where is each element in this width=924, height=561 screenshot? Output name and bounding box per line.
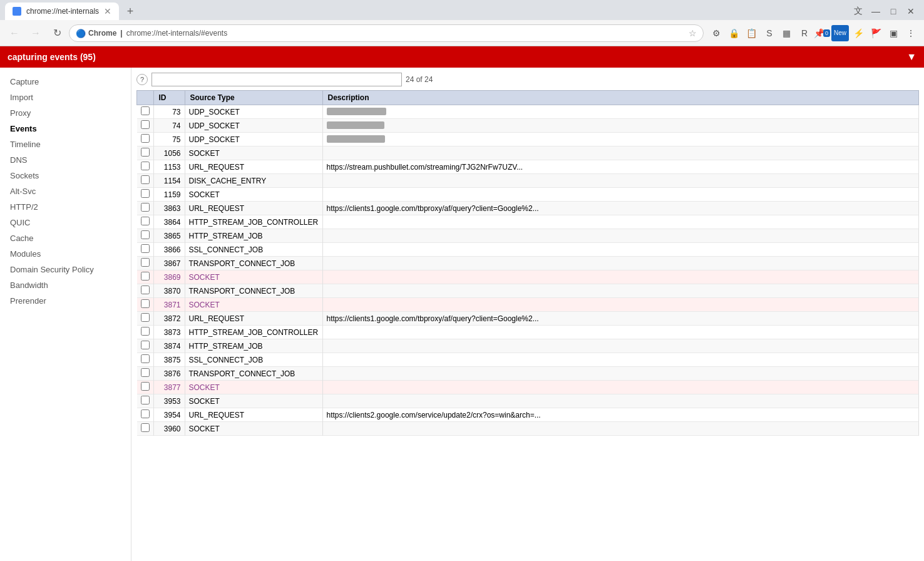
row-source-link[interactable]: SOCKET [189,273,220,282]
sidebar-item-import[interactable]: Import [0,90,131,105]
row-id: 3877 [153,381,185,394]
header-dropdown-icon[interactable]: ▼ [906,51,916,63]
bookmark-star-icon[interactable]: ☆ [689,28,697,38]
toolbar-icon-bolt[interactable]: ⚡ [850,25,866,41]
row-id: 3960 [153,422,185,436]
toolbar-icon-new[interactable]: New [831,25,849,41]
row-description [322,188,919,202]
row-description [322,367,919,381]
row-source-type: SOCKET [185,270,322,284]
chrome-menu-button[interactable]: ⋮ [903,25,919,41]
window-controls: 文 — □ ✕ [850,5,919,20]
sidebar-item-prerender[interactable]: Prerender [0,293,131,309]
row-checkbox[interactable] [141,409,150,418]
row-description [322,243,919,257]
table-row: 3953SOCKET [137,394,919,408]
address-path: chrome://net-internals/#events [126,29,227,38]
row-checkbox[interactable] [141,106,150,115]
row-checkbox[interactable] [141,396,150,404]
row-checkbox[interactable] [141,134,150,143]
toolbar-icon-menu[interactable]: ▣ [885,25,901,41]
row-description [322,270,919,284]
win-close-button[interactable]: ✕ [903,5,919,18]
row-checkbox[interactable] [141,217,150,225]
row-id: 3863 [153,202,185,215]
row-checkbox[interactable] [141,423,150,432]
row-checkbox[interactable] [141,313,150,322]
row-id: 75 [153,133,185,147]
tab-title: chrome://net-internals [26,7,99,16]
win-maximize-button[interactable]: □ [885,5,901,18]
row-checkbox[interactable] [141,230,150,239]
row-id: 3953 [153,394,185,408]
toolbar-icon-win[interactable]: ▦ [779,25,795,41]
col-header-source: Source Type [185,91,322,105]
row-source-link[interactable]: SOCKET [189,301,220,309]
row-id-link[interactable]: 3869 [164,273,181,282]
forward-button[interactable]: → [26,24,45,43]
filter-help-icon[interactable]: ? [136,74,148,85]
row-source-type: SSL_CONNECT_JOB [185,243,322,257]
win-minimize-button[interactable]: — [868,5,884,18]
filter-input[interactable] [151,73,402,86]
row-checkbox[interactable] [141,354,150,363]
row-checkbox[interactable] [141,341,150,349]
table-row: 3873HTTP_STREAM_JOB_CONTROLLER [137,326,919,339]
row-checkbox[interactable] [141,382,150,391]
sidebar-item-timeline[interactable]: Timeline [0,136,131,152]
sidebar-item-cache[interactable]: Cache [0,230,131,246]
sidebar-item-alt-svc[interactable]: Alt-Svc [0,183,131,199]
row-checkbox[interactable] [141,327,150,336]
sidebar-item-domain-security[interactable]: Domain Security Policy [0,262,131,277]
row-checkbox[interactable] [141,299,150,308]
tab-close-button[interactable]: ✕ [104,6,111,16]
toolbar-icon-r[interactable]: R [796,25,813,41]
row-id: 3865 [153,229,185,243]
sidebar-item-http2[interactable]: HTTP/2 [0,199,131,215]
row-checkbox[interactable] [141,286,150,294]
table-row: 3865HTTP_STREAM_JOB [137,229,919,243]
reload-button[interactable]: ↻ [48,24,66,43]
row-source-link[interactable]: SOCKET [189,383,220,392]
toolbar-icon-1[interactable]: 🔒 [726,25,742,41]
sidebar-item-quic[interactable]: QUIC [0,215,131,230]
extensions-icon[interactable]: ⚙ [709,25,725,41]
address-bar[interactable]: 🔵 Chrome | chrome://net-internals/#event… [69,24,704,42]
row-id-link[interactable]: 3877 [164,383,181,392]
row-checkbox[interactable] [141,175,150,184]
row-id: 3870 [153,284,185,298]
row-id-link[interactable]: 3871 [164,301,181,309]
row-source-type: URL_REQUEST [185,160,322,174]
table-row: 3866SSL_CONNECT_JOB [137,243,919,257]
sidebar-item-dns[interactable]: DNS [0,152,131,168]
win-char-button[interactable]: 文 [850,5,866,18]
row-checkbox[interactable] [141,189,150,198]
row-checkbox[interactable] [141,368,150,377]
back-button[interactable]: ← [5,24,24,43]
row-checkbox[interactable] [141,258,150,267]
toolbar-icon-flag[interactable]: 🚩 [868,25,884,41]
row-id: 3871 [153,298,185,312]
row-checkbox[interactable] [141,148,150,157]
row-source-type: SOCKET [185,188,322,202]
body-area: CaptureImportProxyEventsTimelineDNSSocke… [0,68,924,561]
row-checkbox[interactable] [141,162,150,170]
sidebar-item-sockets[interactable]: Sockets [0,168,131,183]
row-checkbox[interactable] [141,120,150,129]
row-checkbox[interactable] [141,203,150,212]
sidebar-item-modules[interactable]: Modules [0,246,131,262]
new-tab-button[interactable]: + [121,3,139,20]
pushbullet-icon[interactable]: 📌0 [814,25,830,41]
events-table-scroll[interactable]: ID Source Type Description 73UDP_SOCKET█… [136,90,919,556]
toolbar-icon-s[interactable]: S [761,25,778,41]
toolbar-icon-2[interactable]: 📋 [744,25,760,41]
sidebar-item-proxy[interactable]: Proxy [0,105,131,121]
row-id: 73 [153,105,185,119]
row-description: https://clients2.google.com/service/upda… [322,408,919,422]
row-checkbox[interactable] [141,244,150,253]
sidebar-item-events[interactable]: Events [0,121,131,136]
sidebar-item-bandwidth[interactable]: Bandwidth [0,277,131,293]
sidebar-item-capture[interactable]: Capture [0,74,131,90]
row-checkbox[interactable] [141,272,150,280]
browser-tab[interactable]: chrome://net-internals ✕ [5,3,119,20]
